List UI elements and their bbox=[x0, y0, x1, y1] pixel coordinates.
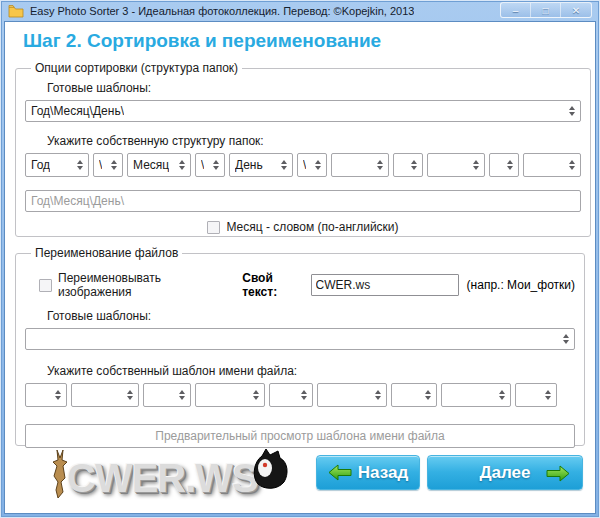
spinner-icon[interactable] bbox=[565, 106, 575, 116]
minimize-button[interactable]: – bbox=[501, 3, 531, 17]
folder-structure-row: Год \ Месяц \ День \ bbox=[25, 153, 581, 177]
rename-options-row: Переименовывать изображения Свой текст: … bbox=[39, 271, 575, 299]
pattern-part-select[interactable] bbox=[25, 383, 67, 407]
separator-select[interactable] bbox=[489, 153, 519, 177]
pattern-part-select[interactable] bbox=[71, 383, 139, 407]
spinner-icon[interactable] bbox=[503, 160, 513, 170]
spinner-icon[interactable] bbox=[565, 160, 575, 170]
separator-select[interactable]: \ bbox=[93, 153, 123, 177]
back-button[interactable]: Назад bbox=[316, 455, 420, 490]
next-button-label: Далее bbox=[479, 463, 530, 483]
spinner-icon[interactable] bbox=[371, 390, 381, 400]
separator-select[interactable]: \ bbox=[297, 153, 327, 177]
own-text-input[interactable] bbox=[311, 274, 459, 296]
structure-part-select[interactable]: Месяц bbox=[127, 153, 191, 177]
close-button[interactable]: ✕ bbox=[561, 3, 591, 17]
pattern-part-select[interactable] bbox=[195, 383, 265, 407]
separator-select[interactable]: \ bbox=[195, 153, 225, 177]
spinner-icon[interactable] bbox=[311, 160, 321, 170]
sorting-options-group: Опции сортировки (структура папок) Готов… bbox=[15, 61, 591, 237]
app-window: Easy Photo Sorter 3 - Идеальная фотоколл… bbox=[0, 0, 600, 518]
own-text-label: Свой текст: bbox=[242, 271, 303, 299]
structure-part-select[interactable]: Год bbox=[25, 153, 89, 177]
sorting-group-title: Опции сортировки (структура папок) bbox=[31, 61, 242, 75]
pattern-part-select[interactable] bbox=[143, 383, 191, 407]
filename-preview-field: Предварительный просмотр шаблона имени ф… bbox=[25, 424, 575, 448]
spinner-icon[interactable] bbox=[209, 160, 219, 170]
structure-part-select[interactable] bbox=[427, 153, 485, 177]
spinner-icon[interactable] bbox=[175, 390, 185, 400]
rename-images-label: Переименовывать изображения bbox=[58, 271, 216, 299]
spinner-icon[interactable] bbox=[373, 160, 383, 170]
renaming-group-title: Переименование файлов bbox=[31, 246, 182, 260]
custom-pattern-label: Укажите собственный шаблон имени файла: bbox=[47, 364, 575, 378]
spinner-icon[interactable] bbox=[541, 390, 551, 400]
spinner-icon[interactable] bbox=[175, 160, 185, 170]
page-title: Шаг 2. Сортировка и переименование bbox=[23, 30, 585, 52]
logo-text: CWER.WS bbox=[67, 458, 258, 498]
folder-app-icon bbox=[8, 4, 24, 18]
ready-templates-label: Готовые шаблоны: bbox=[47, 309, 575, 323]
rename-images-option[interactable]: Переименовывать изображения bbox=[39, 271, 216, 299]
month-word-label: Месяц - словом (по-английски) bbox=[226, 220, 398, 234]
back-button-label: Назад bbox=[358, 463, 408, 483]
maximize-button[interactable]: □ bbox=[531, 3, 561, 17]
client-area: Шаг 2. Сортировка и переименование Опции… bbox=[4, 21, 596, 514]
spinner-icon[interactable] bbox=[407, 160, 417, 170]
month-word-option[interactable]: Месяц - словом (по-английски) bbox=[25, 220, 581, 234]
pattern-part-select[interactable] bbox=[515, 383, 557, 407]
spinner-icon[interactable] bbox=[495, 390, 505, 400]
spinner-icon[interactable] bbox=[51, 390, 61, 400]
wizard-buttons: Назад Далее bbox=[316, 455, 583, 490]
window-controls: – □ ✕ bbox=[500, 2, 592, 18]
structure-part-select[interactable] bbox=[523, 153, 581, 177]
cat-mascot-icon bbox=[242, 448, 290, 490]
spinner-icon[interactable] bbox=[469, 160, 479, 170]
spinner-icon[interactable] bbox=[123, 390, 133, 400]
folder-template-value: Год\Месяц\День\ bbox=[31, 104, 124, 118]
spinner-icon[interactable] bbox=[73, 160, 83, 170]
next-button[interactable]: Далее bbox=[427, 455, 583, 490]
spinner-icon[interactable] bbox=[107, 160, 117, 170]
filename-pattern-row bbox=[25, 383, 575, 407]
arrow-right-icon bbox=[546, 465, 570, 482]
folder-template-select[interactable]: Год\Месяц\День\ bbox=[25, 100, 581, 122]
filename-template-select[interactable] bbox=[25, 328, 575, 350]
separator-select[interactable] bbox=[393, 153, 423, 177]
spinner-icon[interactable] bbox=[277, 160, 287, 170]
arrow-left-icon bbox=[328, 464, 352, 481]
own-text-hint: (напр.: Мои_фотки) bbox=[467, 278, 575, 292]
rename-images-checkbox[interactable] bbox=[39, 279, 52, 292]
structure-part-select[interactable]: День bbox=[229, 153, 293, 177]
titlebar[interactable]: Easy Photo Sorter 3 - Идеальная фотоколл… bbox=[0, 0, 600, 22]
pattern-part-select[interactable] bbox=[269, 383, 313, 407]
custom-structure-label: Укажите собственную структуру папок: bbox=[47, 134, 581, 148]
structure-preview-field: Год\Месяц\День\ bbox=[25, 190, 581, 212]
pattern-part-select[interactable] bbox=[317, 383, 387, 407]
spinner-icon[interactable] bbox=[297, 390, 307, 400]
footer: CWER.WS Назад Далее bbox=[15, 446, 585, 500]
spinner-icon[interactable] bbox=[249, 390, 259, 400]
ready-templates-label: Готовые шаблоны: bbox=[47, 81, 581, 95]
spinner-icon[interactable] bbox=[421, 390, 431, 400]
structure-part-select[interactable] bbox=[331, 153, 389, 177]
file-renaming-group: Переименование файлов Переименовывать из… bbox=[15, 246, 585, 446]
pattern-part-select[interactable] bbox=[391, 383, 437, 407]
cwer-watermark: CWER.WS bbox=[49, 448, 290, 498]
spinner-icon[interactable] bbox=[559, 334, 569, 344]
month-word-checkbox[interactable] bbox=[207, 221, 220, 234]
pattern-part-select[interactable] bbox=[441, 383, 511, 407]
window-title: Easy Photo Sorter 3 - Идеальная фотоколл… bbox=[30, 5, 414, 17]
